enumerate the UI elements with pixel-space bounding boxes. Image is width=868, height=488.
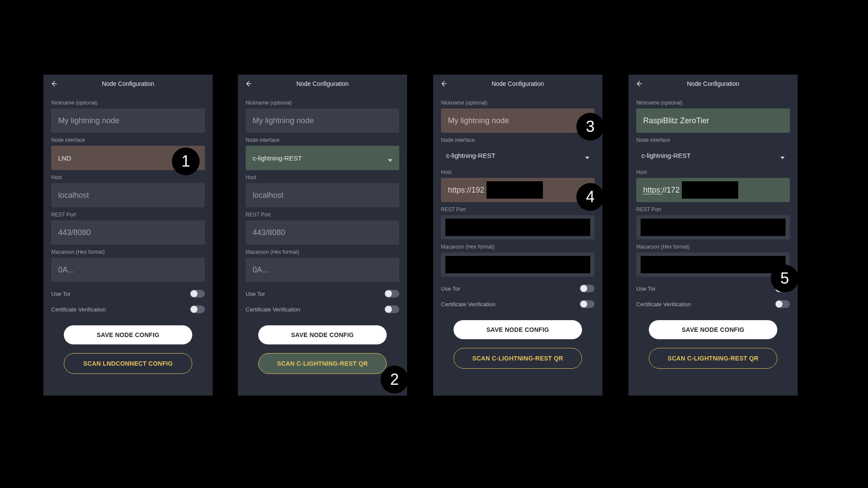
cert-verify-label: Certificate Verification <box>246 306 300 313</box>
host-label: Host <box>441 169 595 175</box>
redacted-macaroon <box>641 256 786 273</box>
redacted-macaroon <box>445 256 590 273</box>
use-tor-label: Use Tor <box>51 291 71 297</box>
redacted-port <box>641 219 786 236</box>
chevron-down-icon <box>388 156 392 160</box>
rest-port-input[interactable]: 443/8080 <box>51 220 205 245</box>
step-badge-3: 3 <box>576 113 604 141</box>
step-badge-2: 2 <box>381 366 408 393</box>
macaroon-label: Macaroon (Hex format) <box>246 249 399 255</box>
page-title: Node Configuration <box>238 80 407 87</box>
arrow-left-icon <box>635 80 643 88</box>
use-tor-label: Use Tor <box>441 285 460 292</box>
macaroon-input[interactable]: 0A... <box>51 258 205 282</box>
screen-2: Node Configuration Nickname (optional) M… <box>238 75 407 396</box>
save-button[interactable]: SAVE NODE CONFIG <box>454 320 582 339</box>
arrow-left-icon <box>244 80 252 88</box>
save-button[interactable]: SAVE NODE CONFIG <box>64 325 192 344</box>
node-interface-select[interactable]: c-lightning-REST <box>636 146 790 165</box>
scan-lndconnect-button[interactable]: SCAN LNDCONNECT CONFIG <box>64 353 192 374</box>
chevron-down-icon <box>780 153 785 157</box>
arrow-left-icon <box>50 80 58 88</box>
cert-verify-label: Certificate Verification <box>636 301 691 308</box>
screen-1: Node Configuration Nickname (optional) M… <box>43 75 213 396</box>
scan-cl-rest-button[interactable]: SCAN C-LIGHTNING-REST QR <box>258 353 387 374</box>
node-interface-select[interactable]: c-lightning-REST <box>246 146 399 170</box>
host-input[interactable]: localhost <box>246 183 399 207</box>
nickname-label: Nickname (optional) <box>51 100 205 106</box>
node-interface-label: Node interface <box>636 137 790 143</box>
macaroon-label: Macaroon (Hex format) <box>51 249 205 255</box>
use-tor-toggle[interactable] <box>580 285 595 292</box>
cert-verify-toggle[interactable] <box>580 300 595 308</box>
host-input[interactable]: https://172 <box>636 178 790 202</box>
cert-verify-toggle[interactable] <box>385 305 399 313</box>
cert-verify-toggle[interactable] <box>775 300 790 308</box>
nickname-input[interactable]: My lightning node <box>51 108 205 133</box>
rest-port-input[interactable]: 443/8080 <box>246 220 399 245</box>
nickname-input[interactable]: My lightning node <box>441 108 595 133</box>
macaroon-input[interactable] <box>441 252 595 277</box>
step-badge-1: 1 <box>172 147 200 175</box>
use-tor-toggle[interactable] <box>385 290 399 298</box>
back-button[interactable] <box>49 79 59 89</box>
cert-verify-toggle[interactable] <box>190 305 205 313</box>
macaroon-input[interactable]: 0A... <box>246 258 399 282</box>
rest-port-input[interactable] <box>636 215 790 239</box>
node-interface-label: Node interface <box>246 137 399 143</box>
nickname-label: Nickname (optional) <box>246 100 399 106</box>
host-label: Host <box>246 174 399 180</box>
chevron-down-icon <box>585 153 589 157</box>
node-interface-select[interactable]: c-lightning-REST <box>441 146 595 165</box>
host-label: Host <box>51 174 205 180</box>
macaroon-label: Macaroon (Hex format) <box>441 244 595 250</box>
node-interface-label: Node interface <box>51 137 205 143</box>
rest-port-label: REST Port <box>246 212 399 218</box>
step-badge-4: 4 <box>576 183 604 211</box>
cert-verify-label: Certificate Verification <box>441 301 496 308</box>
arrow-left-icon <box>440 80 447 88</box>
rest-port-label: REST Port <box>441 206 595 213</box>
scan-cl-rest-button[interactable]: SCAN C-LIGHTNING-REST QR <box>454 348 582 369</box>
cert-verify-label: Certificate Verification <box>51 306 106 313</box>
nickname-input[interactable]: My lightning node <box>246 108 399 133</box>
redacted-host <box>682 181 738 199</box>
page-title: Node Configuration <box>433 80 602 87</box>
rest-port-input[interactable] <box>441 215 595 239</box>
node-interface-label: Node interface <box>441 137 595 143</box>
screen-4: Node Configuration Nickname (optional) R… <box>628 75 798 396</box>
page-title: Node Configuration <box>43 80 213 87</box>
redacted-host <box>487 181 543 199</box>
step-badge-5: 5 <box>771 265 799 292</box>
save-button[interactable]: SAVE NODE CONFIG <box>258 325 387 344</box>
nickname-input[interactable]: RaspiBlitz ZeroTier <box>636 108 790 133</box>
nickname-label: Nickname (optional) <box>441 100 595 106</box>
redacted-port <box>445 219 590 236</box>
back-button[interactable] <box>438 79 449 89</box>
macaroon-input[interactable] <box>636 252 790 277</box>
page-title: Node Configuration <box>628 80 798 87</box>
host-input[interactable]: https://192 <box>441 178 595 202</box>
use-tor-toggle[interactable] <box>190 290 205 298</box>
macaroon-label: Macaroon (Hex format) <box>636 244 790 250</box>
host-label: Host <box>636 169 790 175</box>
use-tor-label: Use Tor <box>636 285 656 292</box>
rest-port-label: REST Port <box>636 206 790 213</box>
back-button[interactable] <box>243 79 253 89</box>
host-input[interactable]: localhost <box>51 183 205 207</box>
back-button[interactable] <box>634 79 644 89</box>
scan-cl-rest-button[interactable]: SCAN C-LIGHTNING-REST QR <box>649 348 777 369</box>
save-button[interactable]: SAVE NODE CONFIG <box>649 320 777 339</box>
rest-port-label: REST Port <box>51 212 205 218</box>
use-tor-label: Use Tor <box>246 291 265 297</box>
nickname-label: Nickname (optional) <box>636 100 790 106</box>
